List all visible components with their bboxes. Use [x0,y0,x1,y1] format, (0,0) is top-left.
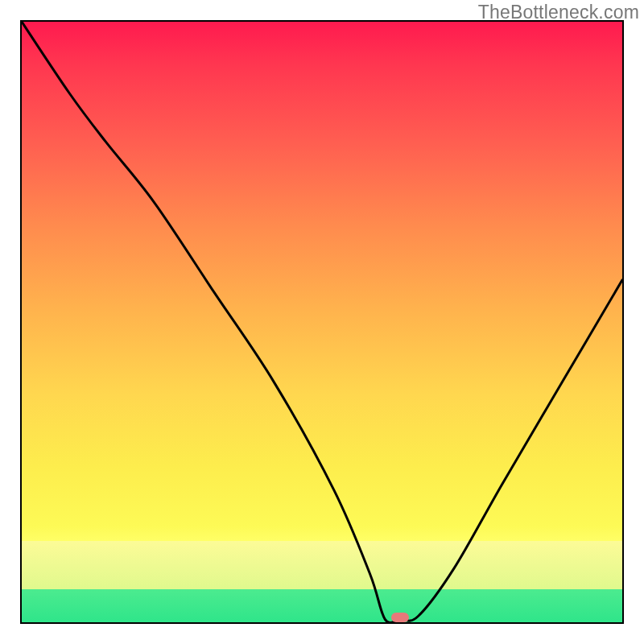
bottleneck-curve [22,22,622,622]
watermark-text: TheBottleneck.com [478,2,639,23]
chart-frame: TheBottleneck.com [0,0,644,644]
plot-area [20,20,624,624]
minimum-marker [391,613,409,622]
